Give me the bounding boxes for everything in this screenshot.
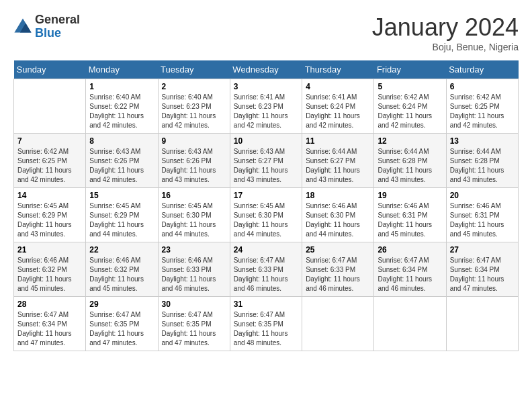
location-subtitle: Boju, Benue, Nigeria: [372, 42, 519, 52]
day-info: Sunrise: 6:40 AMSunset: 6:22 PMDaylight:…: [89, 93, 154, 130]
day-info: Sunrise: 6:43 AMSunset: 6:26 PMDaylight:…: [162, 147, 226, 185]
calendar-cell: 16Sunrise: 6:45 AMSunset: 6:30 PMDayligh…: [158, 188, 230, 242]
day-header-saturday: Saturday: [446, 60, 518, 79]
calendar-cell: 4Sunrise: 6:41 AMSunset: 6:24 PMDaylight…: [302, 79, 374, 134]
day-number: 15: [89, 191, 154, 200]
calendar-cell: 28Sunrise: 6:47 AMSunset: 6:34 PMDayligh…: [14, 297, 86, 351]
page-header: General Blue January 2024 Boju, Benue, N…: [13, 13, 519, 52]
day-info: Sunrise: 6:47 AMSunset: 6:33 PMDaylight:…: [234, 256, 298, 293]
day-number: 11: [306, 136, 370, 146]
day-number: 6: [450, 82, 515, 91]
day-info: Sunrise: 6:46 AMSunset: 6:33 PMDaylight:…: [162, 256, 226, 293]
calendar-table: SundayMondayTuesdayWednesdayThursdayFrid…: [13, 60, 519, 351]
day-info: Sunrise: 6:43 AMSunset: 6:26 PMDaylight:…: [89, 147, 154, 185]
calendar-week-4: 21Sunrise: 6:46 AMSunset: 6:32 PMDayligh…: [14, 242, 519, 297]
day-info: Sunrise: 6:47 AMSunset: 6:34 PMDaylight:…: [378, 256, 442, 293]
calendar-cell: 1Sunrise: 6:40 AMSunset: 6:22 PMDaylight…: [86, 79, 158, 134]
calendar-cell: 31Sunrise: 6:47 AMSunset: 6:35 PMDayligh…: [230, 297, 302, 351]
day-info: Sunrise: 6:42 AMSunset: 6:25 PMDaylight:…: [17, 147, 82, 185]
calendar-week-5: 28Sunrise: 6:47 AMSunset: 6:34 PMDayligh…: [14, 297, 519, 351]
day-info: Sunrise: 6:46 AMSunset: 6:31 PMDaylight:…: [450, 201, 515, 239]
calendar-cell: 8Sunrise: 6:43 AMSunset: 6:26 PMDaylight…: [86, 134, 158, 188]
calendar-cell: 6Sunrise: 6:42 AMSunset: 6:25 PMDaylight…: [446, 79, 518, 134]
day-number: 10: [234, 136, 298, 146]
day-number: 4: [306, 82, 370, 91]
day-header-monday: Monday: [86, 60, 158, 79]
calendar-cell: 2Sunrise: 6:40 AMSunset: 6:23 PMDaylight…: [158, 79, 230, 134]
day-number: 8: [89, 136, 154, 146]
day-number: 13: [450, 136, 515, 146]
day-number: 14: [17, 191, 82, 200]
day-info: Sunrise: 6:40 AMSunset: 6:23 PMDaylight:…: [162, 93, 226, 130]
day-header-tuesday: Tuesday: [158, 60, 230, 79]
day-number: 19: [378, 191, 442, 200]
day-info: Sunrise: 6:42 AMSunset: 6:25 PMDaylight:…: [450, 93, 515, 130]
calendar-cell: 30Sunrise: 6:47 AMSunset: 6:35 PMDayligh…: [158, 297, 230, 351]
day-info: Sunrise: 6:46 AMSunset: 6:30 PMDaylight:…: [306, 201, 370, 239]
day-number: 2: [162, 82, 226, 91]
title-block: January 2024 Boju, Benue, Nigeria: [372, 13, 519, 52]
calendar-cell: [302, 297, 374, 351]
calendar-cell: 3Sunrise: 6:41 AMSunset: 6:23 PMDaylight…: [230, 79, 302, 134]
day-info: Sunrise: 6:45 AMSunset: 6:29 PMDaylight:…: [89, 201, 154, 239]
calendar-cell: 29Sunrise: 6:47 AMSunset: 6:35 PMDayligh…: [86, 297, 158, 351]
day-number: 5: [378, 82, 442, 91]
day-info: Sunrise: 6:44 AMSunset: 6:27 PMDaylight:…: [306, 147, 370, 185]
day-number: 1: [89, 82, 154, 91]
day-number: 31: [234, 300, 298, 309]
day-info: Sunrise: 6:41 AMSunset: 6:24 PMDaylight:…: [306, 93, 370, 130]
day-info: Sunrise: 6:46 AMSunset: 6:32 PMDaylight:…: [89, 256, 154, 293]
calendar-cell: 12Sunrise: 6:44 AMSunset: 6:28 PMDayligh…: [374, 134, 446, 188]
calendar-week-3: 14Sunrise: 6:45 AMSunset: 6:29 PMDayligh…: [14, 188, 519, 242]
day-info: Sunrise: 6:41 AMSunset: 6:23 PMDaylight:…: [234, 93, 298, 130]
day-info: Sunrise: 6:45 AMSunset: 6:30 PMDaylight:…: [234, 201, 298, 239]
calendar-cell: 5Sunrise: 6:42 AMSunset: 6:24 PMDaylight…: [374, 79, 446, 134]
day-number: 22: [89, 245, 154, 255]
day-info: Sunrise: 6:47 AMSunset: 6:34 PMDaylight:…: [17, 310, 82, 348]
day-header-sunday: Sunday: [14, 60, 86, 79]
day-number: 7: [17, 136, 82, 146]
calendar-cell: 20Sunrise: 6:46 AMSunset: 6:31 PMDayligh…: [446, 188, 518, 242]
day-info: Sunrise: 6:44 AMSunset: 6:28 PMDaylight:…: [450, 147, 515, 185]
logo: General Blue: [13, 13, 80, 40]
day-number: 17: [234, 191, 298, 200]
calendar-cell: [446, 297, 518, 351]
day-info: Sunrise: 6:47 AMSunset: 6:35 PMDaylight:…: [162, 310, 226, 348]
calendar-cell: 9Sunrise: 6:43 AMSunset: 6:26 PMDaylight…: [158, 134, 230, 188]
calendar-week-2: 7Sunrise: 6:42 AMSunset: 6:25 PMDaylight…: [14, 134, 519, 188]
calendar-cell: 17Sunrise: 6:45 AMSunset: 6:30 PMDayligh…: [230, 188, 302, 242]
day-number: 20: [450, 191, 515, 200]
calendar-cell: 26Sunrise: 6:47 AMSunset: 6:34 PMDayligh…: [374, 242, 446, 297]
day-info: Sunrise: 6:43 AMSunset: 6:27 PMDaylight:…: [234, 147, 298, 185]
calendar-cell: 10Sunrise: 6:43 AMSunset: 6:27 PMDayligh…: [230, 134, 302, 188]
day-number: 30: [162, 300, 226, 309]
day-info: Sunrise: 6:47 AMSunset: 6:35 PMDaylight:…: [234, 310, 298, 348]
calendar-cell: [14, 79, 86, 134]
day-number: 28: [17, 300, 82, 309]
day-number: 27: [450, 245, 515, 255]
calendar-cell: 21Sunrise: 6:46 AMSunset: 6:32 PMDayligh…: [14, 242, 86, 297]
day-number: 24: [234, 245, 298, 255]
day-number: 29: [89, 300, 154, 309]
calendar-cell: 25Sunrise: 6:47 AMSunset: 6:33 PMDayligh…: [302, 242, 374, 297]
day-number: 23: [162, 245, 226, 255]
calendar-cell: 18Sunrise: 6:46 AMSunset: 6:30 PMDayligh…: [302, 188, 374, 242]
calendar-cell: [374, 297, 446, 351]
day-info: Sunrise: 6:42 AMSunset: 6:24 PMDaylight:…: [378, 93, 442, 130]
calendar-cell: 11Sunrise: 6:44 AMSunset: 6:27 PMDayligh…: [302, 134, 374, 188]
day-number: 12: [378, 136, 442, 146]
day-number: 18: [306, 191, 370, 200]
calendar-cell: 14Sunrise: 6:45 AMSunset: 6:29 PMDayligh…: [14, 188, 86, 242]
calendar-cell: 15Sunrise: 6:45 AMSunset: 6:29 PMDayligh…: [86, 188, 158, 242]
day-number: 9: [162, 136, 226, 146]
day-number: 25: [306, 245, 370, 255]
day-info: Sunrise: 6:47 AMSunset: 6:34 PMDaylight:…: [450, 256, 515, 293]
day-info: Sunrise: 6:44 AMSunset: 6:28 PMDaylight:…: [378, 147, 442, 185]
day-header-thursday: Thursday: [302, 60, 374, 79]
logo-icon: [13, 17, 32, 36]
calendar-header-row: SundayMondayTuesdayWednesdayThursdayFrid…: [14, 60, 519, 79]
calendar-cell: 7Sunrise: 6:42 AMSunset: 6:25 PMDaylight…: [14, 134, 86, 188]
calendar-cell: 23Sunrise: 6:46 AMSunset: 6:33 PMDayligh…: [158, 242, 230, 297]
day-header-wednesday: Wednesday: [230, 60, 302, 79]
logo-text: General Blue: [35, 13, 80, 40]
